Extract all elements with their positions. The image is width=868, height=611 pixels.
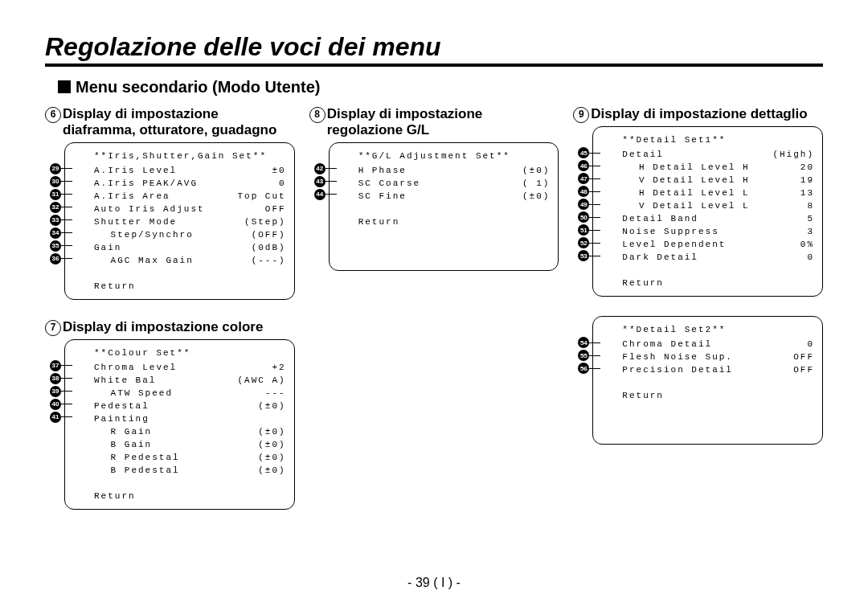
panel-header: **G/L Adjustment Set**: [358, 151, 551, 161]
sect6-number: 6: [45, 107, 61, 123]
return-label: Return: [622, 391, 814, 400]
menu-row: SC Fine(±0): [358, 190, 551, 203]
row-value: (±0): [253, 400, 285, 412]
marker-number: 52: [578, 237, 589, 248]
marker-number: 50: [578, 211, 589, 223]
row-label: Noise Suppress: [622, 225, 802, 238]
row-marker: 39: [50, 386, 72, 397]
marker-number: 35: [50, 240, 61, 252]
sect7-title: 7 Display di impostazione colore: [45, 319, 295, 336]
row-value: 3: [802, 225, 814, 238]
row-value: Top Cut: [232, 190, 285, 203]
menu-row: A.Iris PEAK/AVG0: [94, 177, 286, 190]
row-marker: 43: [314, 176, 337, 187]
marker-line: [589, 166, 600, 166]
row-value: ---: [260, 387, 286, 400]
row-value: (±0): [253, 464, 285, 477]
menu-row: B Pedestal(±0): [94, 464, 286, 477]
marker-line: [589, 153, 600, 154]
marker-line: [589, 230, 600, 231]
row-marker: 37: [50, 360, 72, 371]
marker-number: 42: [314, 163, 326, 174]
row-value: 0%: [796, 238, 814, 251]
marker-number: 36: [50, 253, 61, 264]
sect8-label: Display di impostazione regolazione G/L: [327, 106, 559, 139]
row-value: (±0): [253, 451, 285, 464]
row-label: A.Iris PEAK/AVG: [94, 177, 274, 190]
row-marker: 48: [578, 186, 600, 197]
row-label: AGC Max Gain: [104, 254, 247, 267]
menu-row: Step/Synchro(OFF): [94, 228, 286, 241]
row-marker: 31: [50, 189, 72, 200]
return-label: Return: [94, 281, 286, 291]
marker-number: 29: [50, 163, 61, 174]
marker-line: [326, 181, 337, 182]
row-label: Pedestal: [94, 400, 253, 412]
menu-row: H Phase(±0): [358, 164, 551, 177]
marker-number: 46: [578, 160, 589, 171]
row-marker: 32: [50, 202, 72, 213]
row-value: 8: [802, 199, 814, 212]
row-label: A.Iris Area: [94, 190, 232, 203]
row-label: Gain: [94, 241, 247, 254]
marker-number: 41: [50, 412, 61, 423]
row-marker: 45: [578, 147, 600, 158]
marker-line: [61, 391, 72, 392]
row-value: (±0): [253, 438, 285, 451]
row-label: H Detail Level H: [632, 161, 795, 174]
row-label: R Pedestal: [104, 451, 253, 464]
marker-number: 48: [578, 186, 589, 197]
marker-line: [589, 355, 600, 356]
row-label: SC Coarse: [358, 177, 518, 190]
row-value: 20: [796, 161, 814, 174]
col-left: 6 Display di impostazione diaframma, ott…: [45, 106, 295, 510]
menu-row: Precision DetailOFF: [622, 363, 814, 376]
row-value: 5: [802, 212, 814, 225]
marker-line: [589, 217, 600, 218]
panel-detail2: **Detail Set2**Chroma Detail0Flesh Noise…: [592, 316, 823, 445]
row-label: ATW Speed: [104, 387, 260, 400]
panel-header: **Detail Set2**: [622, 325, 814, 334]
row-value: (---): [247, 254, 286, 267]
row-label: Step/Synchro: [104, 228, 247, 241]
marker-number: 55: [578, 350, 589, 361]
marker-line: [61, 168, 72, 169]
row-marker: 41: [50, 412, 72, 423]
menu-row: Auto Iris AdjustOFF: [94, 203, 286, 215]
row-label: A.Iris Level: [94, 164, 267, 177]
row-value: 0: [274, 177, 286, 190]
menu-row: Noise Suppress3: [622, 225, 814, 238]
sect7-label: Display di impostazione colore: [63, 319, 263, 335]
marker-line: [61, 245, 72, 246]
row-label: H Phase: [358, 164, 518, 177]
marker-number: 54: [578, 337, 589, 348]
row-label: Precision Detail: [622, 363, 788, 376]
marker-number: 49: [578, 199, 589, 210]
return-label: Return: [94, 491, 286, 501]
marker-line: [61, 194, 72, 195]
row-label: Detail Band: [622, 212, 802, 225]
sect9-label: Display di impostazione dettaglio: [591, 106, 807, 122]
marker-line: [589, 342, 600, 343]
menu-row: Gain(0dB): [94, 241, 286, 254]
row-marker: 49: [578, 199, 600, 210]
sect8-title: 8 Display di impostazione regolazione G/…: [309, 106, 559, 139]
row-label: B Pedestal: [104, 464, 253, 477]
panel-colour: **Colour Set**Chroma Level+2White Bal(AW…: [64, 339, 295, 510]
row-value: (0dB): [247, 241, 286, 254]
row-label: Dark Detail: [622, 251, 802, 264]
row-marker: 36: [50, 253, 72, 264]
row-value: 0: [802, 251, 814, 264]
row-marker: 42: [314, 163, 337, 174]
row-marker: 30: [50, 176, 72, 187]
row-value: (±0): [253, 425, 285, 438]
marker-number: 51: [578, 224, 589, 236]
menu-row: Chroma Detail0: [622, 338, 814, 351]
row-marker: 47: [578, 173, 600, 184]
menu-row: Level Dependent0%: [622, 238, 814, 251]
menu-row: R Gain(±0): [94, 425, 286, 438]
marker-number: 38: [50, 373, 61, 384]
row-label: H Detail Level L: [632, 187, 795, 199]
row-value: ±0: [267, 164, 285, 177]
row-marker: 54: [578, 337, 600, 348]
